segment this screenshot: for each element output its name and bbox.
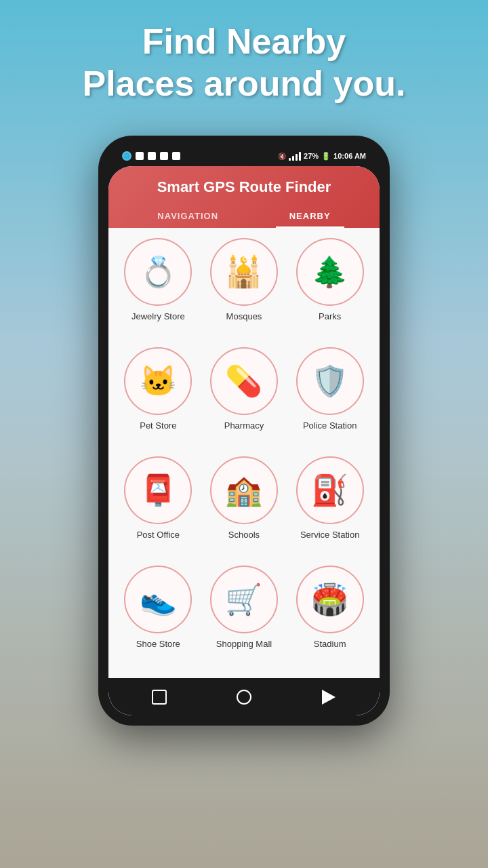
signal-bar-1 bbox=[289, 158, 291, 161]
signal-strength bbox=[289, 152, 301, 161]
shoe-store-icon: 👟 bbox=[124, 566, 192, 633]
app-header: Smart GPS Route Finder NAVIGATION NEARBY bbox=[108, 166, 380, 228]
schools-label: Schools bbox=[228, 530, 260, 541]
signal-bar-2 bbox=[292, 156, 294, 161]
place-service-station[interactable]: ⛽ Service Station bbox=[290, 456, 369, 559]
nav-recent-button[interactable] bbox=[319, 688, 338, 707]
sim-icon bbox=[136, 152, 144, 160]
service-station-icon: ⛽ bbox=[296, 456, 364, 524]
next-icon bbox=[172, 152, 180, 160]
pet-store-label: Pet Store bbox=[140, 420, 176, 432]
service-station-label: Service Station bbox=[300, 530, 359, 541]
place-post-office[interactable]: 📮 Post Office bbox=[119, 456, 198, 559]
stadium-icon: 🏟️ bbox=[296, 566, 364, 633]
status-bar-left: 🌐 bbox=[122, 151, 180, 161]
place-schools[interactable]: 🏫 Schools bbox=[205, 456, 284, 559]
post-office-label: Post Office bbox=[137, 530, 180, 541]
app-tabs: NAVIGATION NEARBY bbox=[122, 205, 366, 228]
police-station-icon: 🛡️ bbox=[296, 347, 364, 415]
home-icon bbox=[237, 690, 251, 705]
wifi-icon bbox=[148, 152, 156, 160]
tab-navigation[interactable]: NAVIGATION bbox=[144, 205, 232, 228]
jewelry-store-label: Jewelry Store bbox=[131, 311, 185, 323]
stadium-label: Stadium bbox=[314, 639, 346, 650]
pharmacy-label: Pharmacy bbox=[224, 420, 264, 432]
place-shopping-mall[interactable]: 🛒 Shopping Mall bbox=[205, 566, 284, 668]
status-bar: 🌐 🔇 27% 🔋 10:06 AM bbox=[108, 146, 380, 166]
place-parks[interactable]: 🌲 Parks bbox=[290, 238, 369, 340]
place-stadium[interactable]: 🏟️ Stadium bbox=[290, 566, 369, 668]
phone-screen: Smart GPS Route Finder NAVIGATION NEARBY… bbox=[108, 166, 380, 715]
app-title: Smart GPS Route Finder bbox=[122, 178, 366, 196]
signal-bar-4 bbox=[299, 152, 301, 161]
phone-device: 🌐 🔇 27% 🔋 10:06 AM bbox=[98, 136, 390, 726]
gps-icon: 🌐 bbox=[122, 151, 131, 161]
parks-icon: 🌲 bbox=[296, 238, 364, 306]
clock: 10:06 AM bbox=[333, 152, 366, 160]
shoe-store-label: Shoe Store bbox=[136, 639, 180, 650]
places-grid: 💍 Jewelry Store 🕌 Mosques 🌲 Parks 🐱 Pet … bbox=[108, 228, 380, 678]
play-icon bbox=[160, 152, 168, 160]
nav-back-button[interactable] bbox=[150, 688, 169, 707]
mosques-label: Mosques bbox=[226, 311, 262, 323]
tab-nearby[interactable]: NEARBY bbox=[276, 205, 344, 228]
schools-icon: 🏫 bbox=[210, 456, 278, 524]
pet-store-icon: 🐱 bbox=[124, 347, 192, 415]
status-bar-right: 🔇 27% 🔋 10:06 AM bbox=[278, 152, 366, 161]
shopping-mall-icon: 🛒 bbox=[210, 566, 278, 633]
police-station-label: Police Station bbox=[303, 420, 357, 432]
signal-bar-3 bbox=[296, 154, 298, 161]
hero-section: Find Nearby Places around you. bbox=[0, 20, 488, 105]
place-jewelry-store[interactable]: 💍 Jewelry Store bbox=[119, 238, 198, 340]
phone-body: 🌐 🔇 27% 🔋 10:06 AM bbox=[98, 136, 390, 726]
phone-bottom-nav bbox=[108, 678, 380, 715]
mute-icon: 🔇 bbox=[278, 153, 286, 160]
nav-home-button[interactable] bbox=[235, 688, 253, 707]
pharmacy-icon: 💊 bbox=[210, 347, 278, 415]
place-pet-store[interactable]: 🐱 Pet Store bbox=[119, 347, 198, 450]
parks-label: Parks bbox=[319, 311, 341, 323]
battery-percent: 27% bbox=[304, 152, 319, 160]
place-police-station[interactable]: 🛡️ Police Station bbox=[290, 347, 369, 450]
post-office-icon: 📮 bbox=[124, 456, 192, 524]
recent-icon bbox=[322, 690, 336, 705]
hero-title: Find Nearby Places around you. bbox=[0, 20, 488, 105]
place-mosques[interactable]: 🕌 Mosques bbox=[205, 238, 284, 340]
battery-icon: 🔋 bbox=[321, 152, 331, 161]
place-shoe-store[interactable]: 👟 Shoe Store bbox=[119, 566, 198, 668]
back-icon bbox=[152, 690, 167, 705]
shopping-mall-label: Shopping Mall bbox=[216, 639, 272, 650]
place-pharmacy[interactable]: 💊 Pharmacy bbox=[205, 347, 284, 450]
jewelry-store-icon: 💍 bbox=[124, 238, 192, 306]
mosques-icon: 🕌 bbox=[210, 238, 278, 306]
